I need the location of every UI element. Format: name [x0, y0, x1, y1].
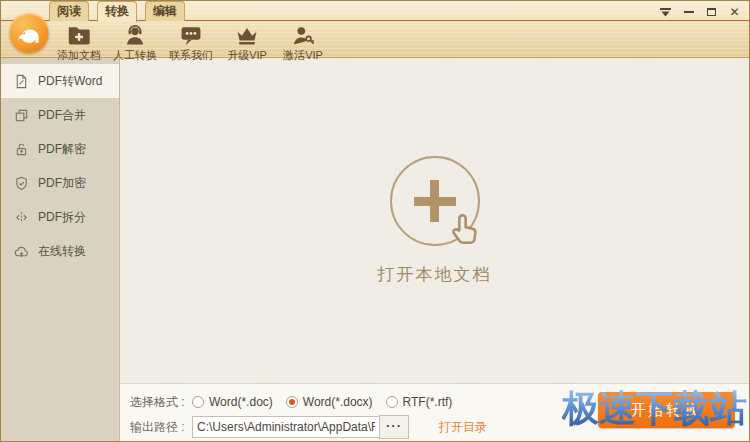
- sidebar-item-pdf-decrypt[interactable]: PDF解密: [1, 132, 119, 166]
- radio-icon: [386, 396, 398, 408]
- sidebar-item-label: PDF拆分: [38, 209, 86, 226]
- app-logo-icon[interactable]: [9, 13, 49, 53]
- browse-button[interactable]: ···: [379, 415, 409, 439]
- contact-us-button[interactable]: 联系我们: [165, 22, 217, 63]
- tab-read[interactable]: 阅读: [49, 1, 89, 21]
- content-area: 打开本地文档 选择格式 : Word(*.doc) Word(*.docx): [120, 58, 749, 441]
- radio-word-docx[interactable]: Word(*.docx): [286, 395, 373, 409]
- start-convert-button[interactable]: 开始转换: [598, 392, 735, 428]
- add-file-circle-icon[interactable]: [390, 156, 480, 246]
- toolbar-label: 人工转换: [113, 48, 157, 63]
- radio-label: Word(*.docx): [303, 395, 373, 409]
- contact-us-icon: [178, 24, 204, 46]
- elephant-icon: [15, 19, 43, 47]
- upgrade-vip-button[interactable]: 升级VIP: [221, 22, 273, 63]
- open-local-document-label: 打开本地文档: [378, 263, 492, 286]
- sidebar-item-online-convert[interactable]: 在线转换: [1, 234, 119, 268]
- sidebar-item-pdf-merge[interactable]: PDF合并: [1, 98, 119, 132]
- sidebar-item-label: PDF合并: [38, 107, 86, 124]
- manual-convert-button[interactable]: 人工转换: [109, 22, 161, 63]
- window-body: PDF转Word PDF合并 PDF解密: [1, 58, 749, 441]
- ribbon-tabs: 阅读 转换 编辑: [49, 1, 185, 22]
- activate-vip-icon: [291, 24, 316, 46]
- toolbar-label: 升级VIP: [227, 48, 267, 63]
- hand-pointer-icon: [444, 210, 484, 252]
- sidebar-item-pdf-split[interactable]: PDF拆分: [1, 200, 119, 234]
- minimize-button[interactable]: [682, 6, 695, 18]
- window-controls: ✕: [659, 6, 741, 18]
- pdf-split-icon: [14, 210, 29, 225]
- pdf-merge-icon: [14, 108, 29, 123]
- format-label: 选择格式 :: [130, 394, 192, 411]
- close-button[interactable]: ✕: [728, 6, 741, 18]
- pdf-to-word-icon: [14, 74, 29, 89]
- pdf-encrypt-icon: [14, 176, 29, 191]
- radio-rtf[interactable]: RTF(*.rtf): [386, 395, 453, 409]
- sidebar-item-label: PDF转Word: [38, 73, 102, 90]
- sidebar-item-label: PDF加密: [38, 175, 86, 192]
- toolbar-label: 激活VIP: [283, 48, 323, 63]
- titlebar: 阅读 转换 编辑 ✕ 添加文档: [1, 1, 749, 58]
- sidebar-item-pdf-encrypt[interactable]: PDF加密: [1, 166, 119, 200]
- radio-icon: [286, 396, 298, 408]
- online-convert-icon: [14, 244, 29, 259]
- sidebar-item-label: PDF解密: [38, 141, 86, 158]
- sidebar-item-label: 在线转换: [38, 243, 86, 260]
- open-local-document-dropzone[interactable]: 打开本地文档: [120, 58, 749, 383]
- upgrade-vip-icon: [234, 24, 260, 46]
- pdf-decrypt-icon: [14, 142, 29, 157]
- open-directory-link[interactable]: 打开目录: [439, 419, 487, 436]
- radio-label: RTF(*.rtf): [403, 395, 453, 409]
- add-document-button[interactable]: 添加文档: [53, 22, 105, 63]
- radio-label: Word(*.doc): [209, 395, 273, 409]
- toolbar-label: 添加文档: [57, 48, 101, 63]
- toolbar: 添加文档 人工转换: [53, 22, 329, 63]
- app-window: 阅读 转换 编辑 ✕ 添加文档: [0, 0, 750, 442]
- output-path-input[interactable]: [192, 416, 380, 438]
- activate-vip-button[interactable]: 激活VIP: [277, 22, 329, 63]
- radio-icon: [192, 396, 204, 408]
- sidebar-item-pdf-to-word[interactable]: PDF转Word: [1, 64, 119, 98]
- add-document-icon: [66, 24, 92, 46]
- sidebar: PDF转Word PDF合并 PDF解密: [1, 58, 120, 441]
- tab-convert[interactable]: 转换: [97, 1, 137, 22]
- manual-convert-icon: [123, 24, 147, 46]
- plus-icon: [430, 180, 439, 222]
- tab-edit[interactable]: 编辑: [145, 1, 185, 21]
- skin-menu-icon[interactable]: [659, 6, 672, 18]
- radio-word-doc[interactable]: Word(*.doc): [192, 395, 273, 409]
- toolbar-label: 联系我们: [169, 48, 213, 63]
- maximize-button[interactable]: [705, 6, 718, 18]
- output-path-label: 输出路径 :: [130, 419, 192, 436]
